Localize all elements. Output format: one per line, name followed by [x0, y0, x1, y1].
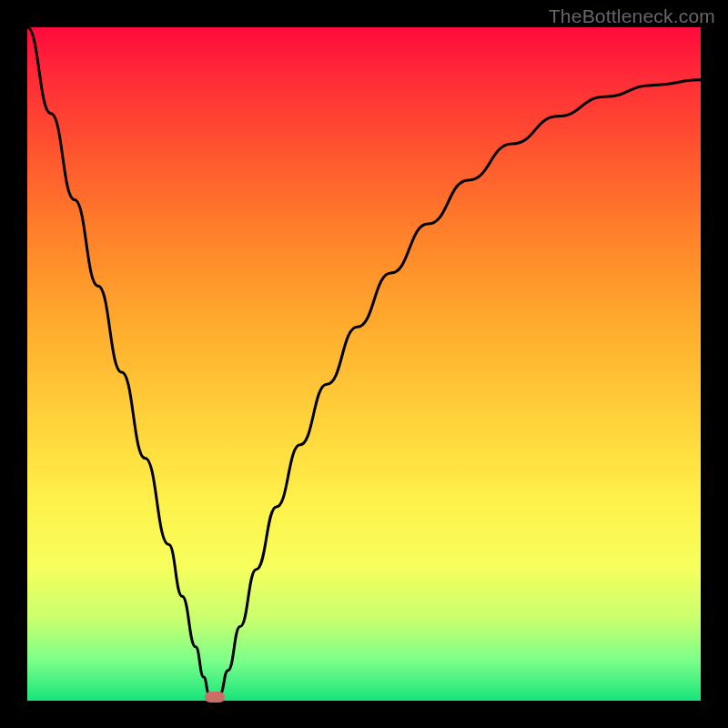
watermark-text: TheBottleneck.com: [549, 5, 715, 27]
chart-stage: TheBottleneck.com: [0, 0, 728, 728]
optimal-marker: [205, 692, 225, 703]
bottleneck-curve-path: [27, 27, 701, 701]
curve-svg: [27, 27, 701, 701]
plot-area: [27, 27, 701, 701]
